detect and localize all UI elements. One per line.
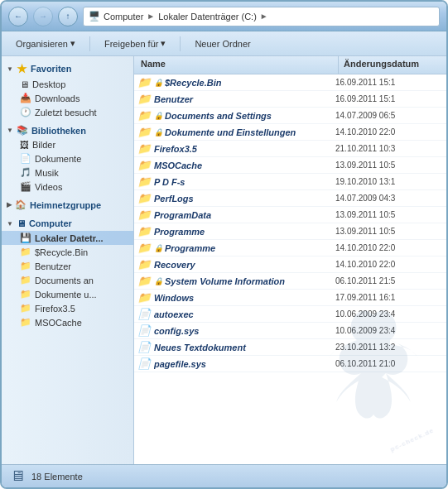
sidebar-item-msocache[interactable]: 📁 MSOCache xyxy=(2,315,133,329)
dokumente-u-icon: 📁 xyxy=(20,289,31,300)
new-folder-button[interactable]: Neuer Ordner xyxy=(187,36,258,51)
sidebar-item-recent[interactable]: 🕐 Zuletzt besucht xyxy=(2,105,133,119)
sidebar-header-favoriten[interactable]: ▼ ★ Favoriten xyxy=(2,60,133,78)
breadcrumb-part-1[interactable]: Computer xyxy=(104,12,143,22)
file-date: 13.09.2011 10:5 xyxy=(335,161,443,170)
sidebar-item-downloads[interactable]: 📥 Downloads xyxy=(2,91,133,105)
sidebar-item-dokumente-u[interactable]: 📁 Dokumente u... xyxy=(2,287,133,301)
sidebar-docs-and-label: Documents an xyxy=(35,276,94,285)
share-arrow-icon: ▾ xyxy=(161,38,166,49)
table-row[interactable]: 📄 pagefile.sys 06.10.2011 21:0 xyxy=(134,356,446,372)
sidebar-header-bibliotheken[interactable]: ▼ 📚 Bibliotheken xyxy=(2,122,133,138)
table-row[interactable]: 📁 PerfLogs 14.07.2009 04:3 xyxy=(134,190,446,207)
column-name[interactable]: Name xyxy=(134,56,339,74)
sidebar-item-dokumente[interactable]: 📄 Dokumente xyxy=(2,151,133,165)
toolbar: Organisieren ▾ Freigeben für ▾ Neuer Ord… xyxy=(2,31,446,56)
sidebar-header-heimnetz[interactable]: ▶ 🏠 Heimnetzgruppe xyxy=(2,197,133,213)
share-button[interactable]: Freigeben für ▾ xyxy=(97,36,173,51)
sidebar-desktop-label: Desktop xyxy=(32,79,65,89)
sidebar-videos-label: Videos xyxy=(35,182,62,192)
file-type-icon: 📁 xyxy=(137,258,151,271)
main-area: ▼ ★ Favoriten 🖥 Desktop 📥 Downloads 🕐 Zu… xyxy=(2,56,446,464)
file-name: Programme xyxy=(154,227,335,237)
file-date: 14.07.2009 04:3 xyxy=(335,194,443,203)
sidebar-section-favoriten: ▼ ★ Favoriten 🖥 Desktop 📥 Downloads 🕐 Zu… xyxy=(2,60,133,119)
forward-button[interactable]: → xyxy=(33,7,53,26)
table-row[interactable]: 📁 🔒 Documents and Settings 14.07.2009 06… xyxy=(134,108,446,124)
file-date: 13.09.2011 10:5 xyxy=(335,227,443,236)
file-name: System Volume Information xyxy=(165,276,335,286)
file-type-icon: 📄 xyxy=(137,324,151,337)
file-type-icon: 📁 xyxy=(137,225,151,237)
musik-icon: 🎵 xyxy=(20,167,31,178)
back-button[interactable]: ← xyxy=(8,7,28,26)
sidebar-item-firefox[interactable]: 📁 Firefox3.5 xyxy=(2,301,133,315)
breadcrumb[interactable]: 🖥️ Computer ► Lokaler Datenträger (C:) ► xyxy=(83,7,440,26)
table-row[interactable]: 📁 Recovery 14.10.2010 22:0 xyxy=(134,256,446,273)
sidebar-item-desktop[interactable]: 🖥 Desktop xyxy=(2,78,133,91)
sidebar-item-docs-and[interactable]: 📁 Documents an xyxy=(2,273,133,287)
file-list-header: Name Änderungsdatum xyxy=(134,56,446,74)
sidebar-dokumente-label: Dokumente xyxy=(35,154,81,164)
file-type-icon: 📁 xyxy=(137,242,151,254)
table-row[interactable]: 📁 P D F-s 19.10.2010 13:1 xyxy=(134,174,446,190)
sidebar-recent-label: Zuletzt besucht xyxy=(35,108,97,117)
sidebar-item-recycle[interactable]: 📁 $Recycle.Bin xyxy=(2,245,133,259)
table-row[interactable]: 📁 🔒 System Volume Information 06.10.2011… xyxy=(134,273,446,290)
firefox-icon: 📁 xyxy=(20,303,31,314)
explorer-window: ← → ↑ 🖥️ Computer ► Lokaler Datenträger … xyxy=(0,0,448,489)
docs-and-icon: 📁 xyxy=(20,275,31,285)
sidebar-benutzer-label: Benutzer xyxy=(35,261,71,271)
table-row[interactable]: 📄 Neues Textdokument 23.10.2011 13:2 xyxy=(134,339,446,356)
arrow-icon-h: ▶ xyxy=(7,201,12,209)
bilder-icon: 🖼 xyxy=(20,140,29,150)
file-type-icon: 📁 xyxy=(137,275,151,287)
table-row[interactable]: 📁 Programme 13.09.2011 10:5 xyxy=(134,223,446,240)
arrow-icon-c: ▼ xyxy=(7,220,13,228)
table-row[interactable]: 📁 ProgramData 13.09.2011 10:5 xyxy=(134,207,446,223)
column-date[interactable]: Änderungsdatum xyxy=(339,56,446,74)
downloads-icon: 📥 xyxy=(20,93,31,103)
table-row[interactable]: 📄 config.sys 10.06.2009 23:4 xyxy=(134,323,446,339)
new-folder-label: Neuer Ordner xyxy=(195,39,250,49)
file-type-icon: 📁 xyxy=(137,142,151,155)
lock-icon: 🔒 xyxy=(154,277,163,285)
lock-icon: 🔒 xyxy=(154,244,163,252)
table-row[interactable]: 📁 Benutzer 16.09.2011 15:1 xyxy=(134,91,446,108)
up-button[interactable]: ↑ xyxy=(58,7,78,26)
sidebar-musik-label: Musik xyxy=(35,168,59,178)
file-name: Programme xyxy=(165,243,335,253)
sidebar-item-musik[interactable]: 🎵 Musik xyxy=(2,165,133,180)
file-date: 14.10.2010 22:0 xyxy=(335,127,443,137)
dokumente-icon: 📄 xyxy=(20,153,31,164)
sidebar-item-videos[interactable]: 🎬 Videos xyxy=(2,180,133,194)
file-name: autoexec xyxy=(154,309,335,319)
table-row[interactable]: 📁 🔒 Dokumente und Einstellungen 14.10.20… xyxy=(134,124,446,141)
table-row[interactable]: 📄 autoexec 10.06.2009 23:4 xyxy=(134,306,446,323)
sidebar-item-local-drive[interactable]: 💾 Lokaler Datetr... xyxy=(2,231,133,245)
organize-label: Organisieren xyxy=(16,39,68,49)
file-list: 📁 🔒 $Recycle.Bin 16.09.2011 15:1 📁 Benut… xyxy=(134,74,446,464)
table-row[interactable]: 📁 Firefox3.5 21.10.2011 10:3 xyxy=(134,141,446,157)
organize-button[interactable]: Organisieren ▾ xyxy=(8,36,83,51)
file-date: 14.10.2010 22:0 xyxy=(335,243,443,252)
status-bar: 🖥 18 Elemente xyxy=(2,464,446,487)
sidebar-item-bilder[interactable]: 🖼 Bilder xyxy=(2,138,133,151)
file-name: P D F-s xyxy=(154,177,335,187)
sidebar-firefox-label: Firefox3.5 xyxy=(35,304,75,314)
sidebar: ▼ ★ Favoriten 🖥 Desktop 📥 Downloads 🕐 Zu… xyxy=(2,56,134,464)
table-row[interactable]: 📁 🔒 Programme 14.10.2010 22:0 xyxy=(134,240,446,256)
sidebar-item-benutzer[interactable]: 📁 Benutzer xyxy=(2,259,133,273)
sidebar-header-computer[interactable]: ▼ 🖥 Computer xyxy=(2,216,133,231)
sidebar-bibliotheken-label: Bibliotheken xyxy=(31,126,86,136)
table-row[interactable]: 📁 🔒 $Recycle.Bin 16.09.2011 15:1 xyxy=(134,74,446,91)
heimnetz-icon: 🏠 xyxy=(15,199,26,210)
table-row[interactable]: 📁 MSOCache 13.09.2011 10:5 xyxy=(134,157,446,174)
table-row[interactable]: 📁 Windows 17.09.2011 16:1 xyxy=(134,290,446,306)
file-name: $Recycle.Bin xyxy=(165,78,335,88)
file-type-icon: 📁 xyxy=(137,175,151,188)
file-date: 19.10.2010 13:1 xyxy=(335,177,443,186)
breadcrumb-part-2[interactable]: Lokaler Datenträger (C:) xyxy=(158,12,257,22)
file-name: pagefile.sys xyxy=(154,359,335,369)
breadcrumb-sep-1: ► xyxy=(147,12,155,21)
